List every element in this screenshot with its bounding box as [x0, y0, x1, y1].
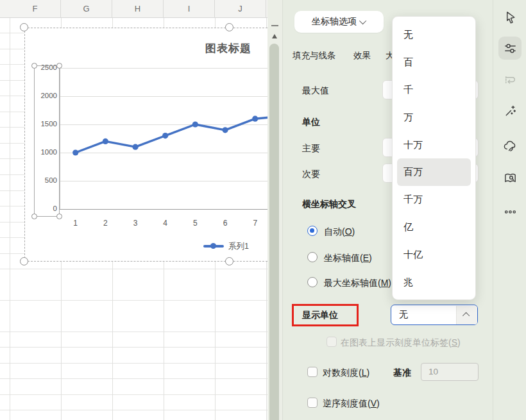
dropdown-item-10m[interactable]: 千万 [397, 186, 471, 214]
dropdown-item-hundred[interactable]: 百 [397, 49, 471, 76]
column-header-h[interactable]: H [112, 0, 164, 17]
chevron-up-icon [462, 312, 470, 319]
major-unit-label: 主要 [302, 143, 320, 155]
wrap-tool-button[interactable] [502, 72, 518, 88]
side-toolbar [493, 0, 526, 420]
select-arrow-zone[interactable] [456, 306, 477, 324]
eco-tool-button[interactable] [502, 139, 518, 154]
column-header-i[interactable]: I [164, 0, 215, 17]
checkbox-reverse-order[interactable] [307, 398, 318, 408]
axis-options-dropdown-button[interactable]: 坐标轴选项 [294, 11, 384, 33]
column-header-j[interactable]: J [215, 0, 266, 17]
scrollbar-thumb[interactable] [269, 44, 279, 420]
display-unit-highlight-box [292, 304, 359, 326]
column-header-row: F G H I J [0, 0, 267, 18]
scroll-up-arrow-icon[interactable] [272, 34, 277, 38]
wrap-rotate-icon [503, 73, 518, 88]
chart-legend[interactable]: 系列1 [203, 241, 249, 251]
more-dots-icon [503, 205, 518, 219]
chart-selection-handle[interactable] [225, 23, 233, 31]
chart-selection-handle[interactable] [225, 257, 233, 265]
checkbox-show-unit-label[interactable] [327, 337, 337, 347]
more-tools-button[interactable] [502, 204, 518, 219]
selection-handle[interactable] [56, 214, 62, 219]
checkbox-show-unit-label-text: 在图表上显示刻度单位标签(S) [341, 337, 461, 349]
book-search-icon [503, 171, 518, 186]
radio-max-axis-value[interactable] [307, 277, 318, 287]
base-input[interactable]: 10 [421, 363, 479, 381]
display-unit-value: 无 [391, 309, 456, 321]
selection-handle[interactable] [56, 63, 62, 69]
value-axis-selection-box[interactable] [34, 65, 60, 217]
legend-series-label: 系列1 [228, 241, 249, 252]
display-unit-select[interactable]: 无 [391, 305, 478, 325]
chart-selection-handle[interactable] [20, 23, 28, 31]
tab-effects[interactable]: 效果 [353, 50, 371, 62]
split-handle[interactable] [271, 25, 278, 26]
chevron-down-icon [359, 17, 366, 24]
dropdown-item-none[interactable]: 无 [397, 21, 471, 49]
radio-max-axis-value-label: 最大坐标轴值(M) [324, 278, 391, 289]
checkbox-reverse-order-text: 逆序刻度值(V) [323, 398, 380, 410]
minor-unit-label: 次要 [302, 169, 320, 180]
eco-leaf-icon [503, 139, 518, 154]
dropdown-item-billion[interactable]: 十亿 [397, 241, 471, 269]
selection-handle[interactable] [31, 63, 37, 69]
unit-heading: 单位 [302, 117, 320, 128]
cursor-icon [503, 10, 518, 25]
tab-fill-line[interactable]: 填充与线条 [293, 50, 336, 62]
dropdown-item-10k[interactable]: 万 [397, 104, 471, 131]
chart-selection-handle[interactable] [20, 257, 28, 265]
base-label: 基准 [393, 367, 411, 379]
display-unit-dropdown-list: 无 百 千 万 十万 百万 千万 亿 十亿 兆 [392, 16, 476, 300]
spreadsheet-area: F G H I J 图表标题 05001000150020002500 1234… [0, 0, 267, 420]
selection-handle[interactable] [31, 214, 37, 219]
radio-auto-label: 自动(O) [324, 226, 355, 238]
radio-auto[interactable] [307, 226, 318, 236]
grid-col-line [10, 0, 10, 420]
radio-axis-value[interactable] [307, 252, 318, 262]
legend-marker-icon [203, 245, 224, 248]
dropdown-item-million[interactable]: 百万 [397, 158, 471, 186]
max-value-label: 最大值 [302, 85, 329, 97]
dropdown-item-thousand[interactable]: 千 [397, 76, 471, 104]
cursor-tool-button[interactable] [502, 10, 518, 25]
column-header-f[interactable]: F [10, 0, 61, 17]
radio-axis-value-label: 坐标轴值(E) [324, 253, 372, 264]
magic-wand-icon [503, 104, 518, 119]
vertical-scrollbar[interactable] [267, 0, 282, 420]
checkbox-log-scale-text: 对数刻度(L) [323, 367, 369, 379]
sliders-icon [503, 41, 518, 56]
dropdown-item-100k[interactable]: 十万 [397, 131, 471, 159]
checkbox-log-scale[interactable] [307, 367, 318, 377]
axis-options-label: 坐标轴选项 [312, 16, 357, 28]
axis-cross-heading: 横坐标轴交叉 [302, 199, 356, 210]
magic-wand-tool-button[interactable] [502, 103, 518, 119]
column-header-g[interactable]: G [61, 0, 112, 17]
dropdown-item-100m[interactable]: 亿 [397, 214, 471, 241]
reading-tool-button[interactable] [502, 171, 518, 186]
properties-tool-button[interactable] [502, 40, 518, 56]
dropdown-item-trillion[interactable]: 兆 [397, 269, 471, 296]
